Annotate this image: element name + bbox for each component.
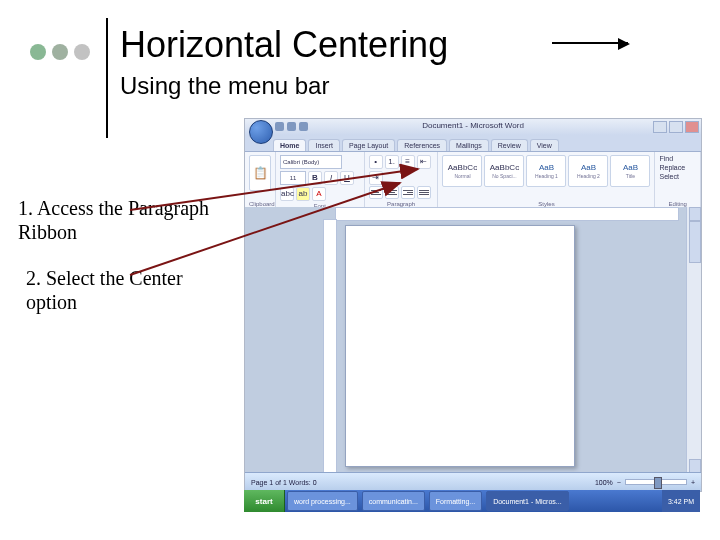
multilevel-button[interactable]: ≡	[401, 155, 415, 169]
taskbar-item[interactable]: communicatin...	[362, 491, 425, 511]
group-editing: Find Replace Select Editing	[655, 152, 701, 208]
group-clipboard: 📋 Clipboard	[245, 152, 276, 208]
bold-button[interactable]: B	[308, 171, 322, 185]
tab-references[interactable]: References	[397, 139, 447, 151]
title-bullets	[30, 44, 90, 60]
align-left-button[interactable]	[369, 186, 383, 199]
align-justify-button[interactable]	[417, 186, 431, 199]
taskbar-item[interactable]: Formatting...	[429, 491, 482, 511]
status-bar: Page 1 of 1 Words: 0 100% − +	[245, 472, 701, 491]
tab-insert[interactable]: Insert	[308, 139, 340, 151]
style-title[interactable]: AaBTitle	[610, 155, 650, 187]
replace-button[interactable]: Replace	[659, 164, 685, 171]
group-font: Calibri (Body) 11 B I U abc ab A Font	[276, 152, 365, 208]
window-title: Document1 - Microsoft Word	[422, 121, 524, 130]
font-size-select[interactable]: 11	[280, 171, 306, 185]
zoom-out-button[interactable]: −	[617, 479, 621, 486]
vertical-scrollbar[interactable]	[686, 207, 701, 473]
ribbon-tabs: Home Insert Page Layout References Maili…	[245, 135, 701, 152]
minimize-button[interactable]	[653, 121, 667, 133]
italic-button[interactable]: I	[324, 171, 338, 185]
style-normal[interactable]: AaBbCcNormal	[442, 155, 482, 187]
windows-taskbar: start word processing... communicatin...…	[244, 490, 700, 512]
start-button[interactable]: start	[244, 490, 285, 512]
underline-button[interactable]: U	[340, 171, 354, 185]
status-page-info: Page 1 of 1 Words: 0	[251, 479, 317, 486]
maximize-button[interactable]	[669, 121, 683, 133]
step-2-text: 2. Select the Center option	[26, 266, 226, 314]
system-tray[interactable]: 3:42 PM	[662, 490, 700, 512]
style-heading-1[interactable]: AaBHeading 1	[526, 155, 566, 187]
title-arrow-icon	[552, 42, 628, 44]
zoom-value: 100%	[595, 479, 613, 486]
slide-title: Horizontal Centering	[120, 24, 448, 66]
align-right-button[interactable]	[401, 186, 415, 199]
select-button[interactable]: Select	[659, 173, 685, 180]
tab-page-layout[interactable]: Page Layout	[342, 139, 395, 151]
zoom-slider-thumb[interactable]	[654, 477, 662, 489]
taskbar-item-active[interactable]: Document1 - Micros...	[486, 491, 568, 511]
office-button[interactable]	[249, 120, 273, 144]
scroll-thumb[interactable]	[689, 221, 701, 263]
font-name-select[interactable]: Calibri (Body)	[280, 155, 342, 169]
align-center-button[interactable]	[385, 186, 399, 199]
document-page[interactable]	[345, 225, 575, 467]
font-color-button[interactable]: A	[312, 187, 326, 201]
quick-access-toolbar[interactable]	[275, 122, 308, 131]
vertical-ruler[interactable]	[323, 219, 337, 473]
group-styles: AaBbCcNormal AaBbCcNo Spaci... AaBHeadin…	[438, 152, 655, 208]
word-window: Document1 - Microsoft Word Home Insert P…	[244, 118, 702, 492]
group-paragraph: • 1. ≡ ⇤ ⇥ Paragraph	[365, 152, 439, 208]
taskbar-item[interactable]: word processing...	[287, 491, 358, 511]
close-button[interactable]	[685, 121, 699, 133]
style-no-spacing[interactable]: AaBbCcNo Spaci...	[484, 155, 524, 187]
paste-button[interactable]: 📋	[249, 155, 271, 191]
step-1-text: 1. Access the Paragraph Ribbon	[18, 196, 238, 244]
tab-review[interactable]: Review	[491, 139, 528, 151]
slide-subtitle: Using the menu bar	[120, 72, 329, 100]
ribbon: 📋 Clipboard Calibri (Body) 11 B I U abc …	[245, 152, 701, 209]
tray-time: 3:42 PM	[668, 498, 694, 505]
style-heading-2[interactable]: AaBHeading 2	[568, 155, 608, 187]
tab-home[interactable]: Home	[273, 139, 306, 151]
numbering-button[interactable]: 1.	[385, 155, 399, 169]
bullet-dot	[74, 44, 90, 60]
bullet-dot	[52, 44, 68, 60]
window-titlebar[interactable]: Document1 - Microsoft Word	[245, 119, 701, 135]
scroll-up-icon[interactable]	[689, 207, 701, 221]
horizontal-ruler[interactable]	[335, 207, 679, 221]
title-divider	[106, 18, 108, 138]
strike-button[interactable]: abc	[280, 187, 294, 201]
find-button[interactable]: Find	[659, 155, 685, 162]
zoom-in-button[interactable]: +	[691, 479, 695, 486]
increase-indent-button[interactable]: ⇥	[369, 171, 383, 185]
document-workspace	[245, 207, 701, 473]
highlight-button[interactable]: ab	[296, 187, 310, 201]
tab-view[interactable]: View	[530, 139, 559, 151]
bullet-dot	[30, 44, 46, 60]
bullets-button[interactable]: •	[369, 155, 383, 169]
zoom-slider[interactable]	[625, 479, 687, 485]
decrease-indent-button[interactable]: ⇤	[417, 155, 431, 169]
scroll-down-icon[interactable]	[689, 459, 701, 473]
tab-mailings[interactable]: Mailings	[449, 139, 489, 151]
